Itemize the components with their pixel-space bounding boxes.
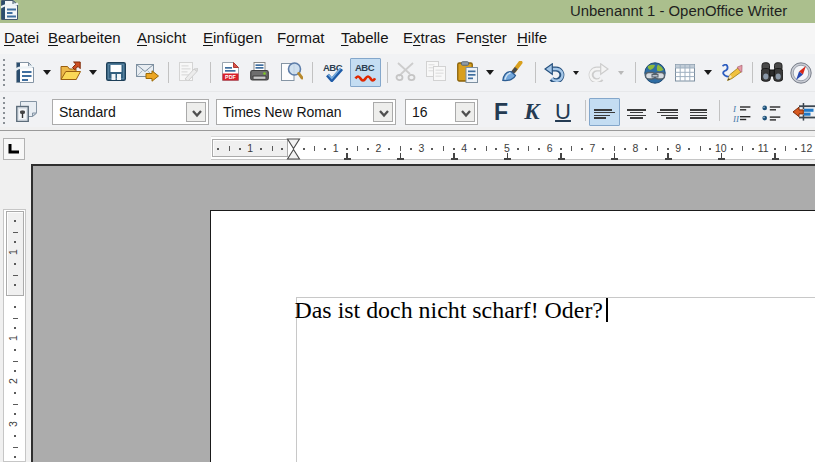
svg-text:PDF: PDF: [225, 74, 236, 80]
svg-text:ABC: ABC: [355, 62, 375, 73]
svg-text:II: II: [733, 113, 740, 122]
